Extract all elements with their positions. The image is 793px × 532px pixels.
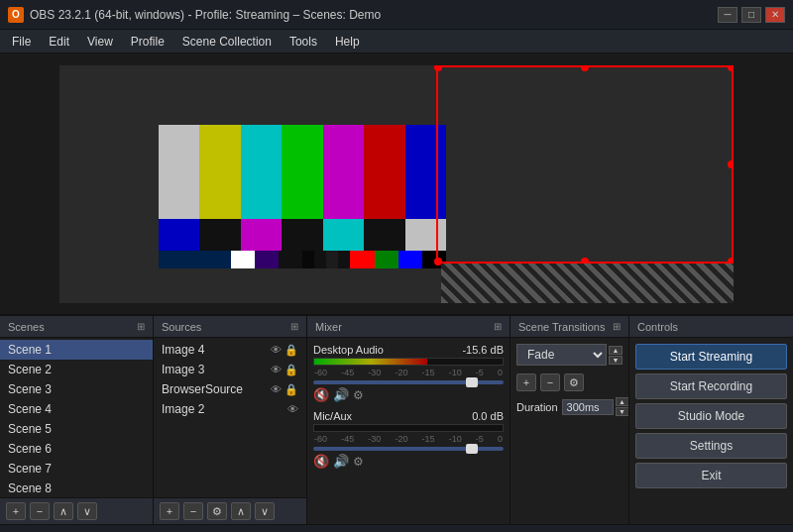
scenes-list: Scene 1 Scene 2 Scene 3 Scene 4 Scene 5 … <box>0 338 153 497</box>
menu-help[interactable]: Help <box>327 33 368 51</box>
selection-box <box>436 65 734 264</box>
studio-mode-button[interactable]: Studio Mode <box>635 403 787 429</box>
scenes-remove-button[interactable]: − <box>30 502 50 520</box>
source-name: Image 4 <box>162 343 204 357</box>
sources-up-button[interactable]: ∧ <box>231 502 251 520</box>
settings-button[interactable]: Settings <box>635 433 787 459</box>
transition-settings-button[interactable]: ⚙ <box>564 373 584 391</box>
mixer-channel-desktop: Desktop Audio -15.6 dB -60-45-30-20-15-1… <box>307 340 510 406</box>
start-streaming-button[interactable]: Start Streaming <box>635 344 787 370</box>
sources-add-button[interactable]: + <box>160 502 179 520</box>
transition-remove-button[interactable]: − <box>540 373 560 391</box>
sources-down-button[interactable]: ∨ <box>255 502 275 520</box>
scene-item-4[interactable]: Scene 4 <box>0 399 153 419</box>
panels: Scenes ⊞ Scene 1 Scene 2 Scene 3 Scene 4… <box>0 316 793 524</box>
menu-edit[interactable]: Edit <box>41 33 77 51</box>
scene-item-2[interactable]: Scene 2 <box>0 360 153 379</box>
desktop-fader[interactable] <box>313 380 504 384</box>
scenes-add-button[interactable]: + <box>6 502 26 520</box>
channel-settings-icon[interactable]: ⚙ <box>353 388 364 402</box>
eye-icon[interactable]: 👁 <box>287 403 298 415</box>
lock-icon[interactable]: 🔒 <box>284 364 298 376</box>
sources-title: Sources <box>162 321 201 333</box>
transition-select[interactable]: Fade Cut Swipe Slide Stinger Luma Wipe <box>516 344 607 366</box>
transition-add-button[interactable]: + <box>516 373 536 391</box>
mixer-meter-fill <box>314 359 427 365</box>
scenes-down-button[interactable]: ∨ <box>77 502 97 520</box>
mixer-channels: Desktop Audio -15.6 dB -60-45-30-20-15-1… <box>307 338 510 524</box>
sources-settings-button[interactable]: ⚙ <box>207 502 227 520</box>
bars-top <box>159 125 446 219</box>
duration-up-button[interactable]: ▲ <box>616 397 628 406</box>
start-recording-button[interactable]: Start Recording <box>635 373 787 399</box>
volume-icon[interactable]: 🔊 <box>333 387 349 402</box>
volume-icon[interactable]: 🔊 <box>333 454 349 469</box>
exit-button[interactable]: Exit <box>635 463 787 488</box>
eye-icon[interactable]: 👁 <box>271 344 282 357</box>
scenes-up-button[interactable]: ∧ <box>54 502 73 520</box>
close-button[interactable]: ✕ <box>765 7 785 23</box>
fader-thumb[interactable] <box>466 444 478 454</box>
source-item-image3[interactable]: Image 3 👁 🔒 <box>154 360 306 379</box>
sources-footer: + − ⚙ ∧ ∨ <box>154 497 306 524</box>
transitions-panel: Scene Transitions ⊞ Fade Cut Swipe Slide… <box>510 316 629 524</box>
menu-scene-collection[interactable]: Scene Collection <box>174 33 280 51</box>
duration-down-button[interactable]: ▼ <box>616 407 628 416</box>
channel-db: -15.6 dB <box>462 344 504 356</box>
controls-panel: Controls Start Streaming Start Recording… <box>629 316 793 524</box>
transition-down-button[interactable]: ▼ <box>609 356 623 365</box>
scene-item-1[interactable]: Scene 1 <box>0 340 153 360</box>
duration-input[interactable] <box>562 399 614 415</box>
source-icons: 👁 🔒 <box>271 344 298 357</box>
meter-scale: -60-45-30-20-15-10-50 <box>313 368 504 377</box>
fader-thumb[interactable] <box>466 377 478 387</box>
channel-name: Mic/Aux <box>313 410 352 422</box>
lock-icon[interactable]: 🔒 <box>284 383 298 396</box>
menu-view[interactable]: View <box>79 33 121 51</box>
scene-item-3[interactable]: Scene 3 <box>0 379 153 399</box>
source-icons: 👁 🔒 <box>271 364 298 376</box>
menu-file[interactable]: File <box>4 33 39 51</box>
menu-tools[interactable]: Tools <box>282 33 325 51</box>
title-bar: O OBS 23.2.1 (64-bit, windows) - Profile… <box>0 0 793 30</box>
source-item-image2[interactable]: Image 2 👁 <box>154 399 306 419</box>
scene-item-5[interactable]: Scene 5 <box>0 419 153 439</box>
transition-up-button[interactable]: ▲ <box>609 346 623 355</box>
preview-canvas <box>59 65 734 303</box>
mixer-meter <box>313 358 504 366</box>
scenes-header-icon: ⊞ <box>137 321 145 332</box>
eye-icon[interactable]: 👁 <box>271 383 282 396</box>
transitions-content: Fade Cut Swipe Slide Stinger Luma Wipe ▲… <box>510 338 628 524</box>
source-item-browsersource[interactable]: BrowserSource 👁 🔒 <box>154 379 306 399</box>
mic-fader[interactable] <box>313 447 504 451</box>
source-name: Image 2 <box>162 402 204 416</box>
mixer-meter <box>313 424 504 432</box>
window-controls: ─ □ ✕ <box>718 7 785 23</box>
mute-icon[interactable]: 🔇 <box>313 454 329 469</box>
maximize-button[interactable]: □ <box>741 7 761 23</box>
sources-remove-button[interactable]: − <box>183 502 203 520</box>
source-item-image4[interactable]: Image 4 👁 🔒 <box>154 340 306 360</box>
mixer-controls: 🔇 🔊 ⚙ <box>313 387 504 402</box>
menu-profile[interactable]: Profile <box>123 33 172 51</box>
lock-icon[interactable]: 🔒 <box>284 344 298 357</box>
transitions-panel-header: Scene Transitions ⊞ <box>510 316 628 338</box>
transition-add-remove: + − ⚙ <box>510 370 628 395</box>
controls-panel-header: Controls <box>629 316 793 338</box>
eye-icon[interactable]: 👁 <box>271 364 282 376</box>
sources-header-icon: ⊞ <box>290 321 298 332</box>
channel-settings-icon[interactable]: ⚙ <box>353 455 364 469</box>
scenes-panel-header: Scenes ⊞ <box>0 316 153 338</box>
scene-item-7[interactable]: Scene 7 <box>0 459 153 479</box>
handle-mr <box>728 160 734 168</box>
minimize-button[interactable]: ─ <box>718 7 737 23</box>
scene-item-6[interactable]: Scene 6 <box>0 439 153 459</box>
scene-item-8[interactable]: Scene 8 <box>0 479 153 497</box>
mute-icon[interactable]: 🔇 <box>313 387 329 402</box>
duration-row: Duration ▲ ▼ <box>510 395 628 418</box>
duration-label: Duration <box>516 401 558 413</box>
mixer-title: Mixer <box>315 321 342 333</box>
handle-tm <box>581 65 589 71</box>
transitions-title: Scene Transitions <box>518 321 605 333</box>
status-bar: LIVE: 00:00:00 REC: 00:00:00 CPU: 0.8%, … <box>0 524 793 532</box>
